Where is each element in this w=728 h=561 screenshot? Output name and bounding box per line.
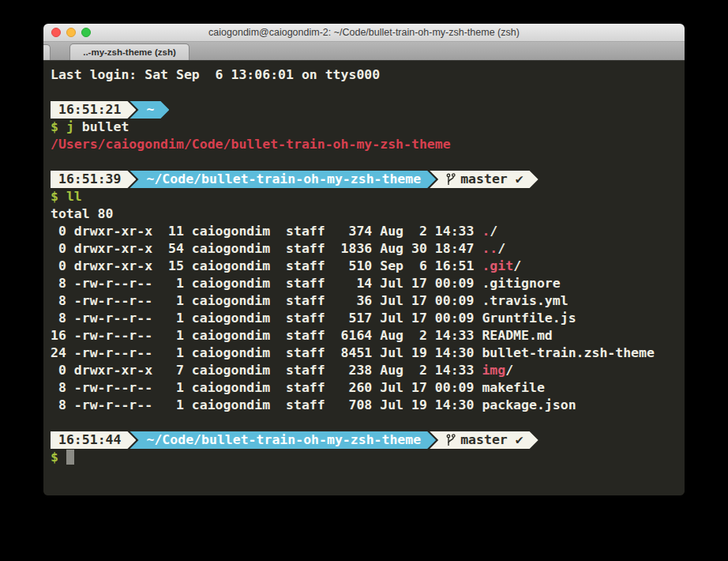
- ls-row: 0 drwxr-xr-x 11 caiogondim staff 374 Aug…: [51, 223, 685, 240]
- command-text: j: [66, 119, 74, 134]
- ls-file-name: .: [482, 224, 490, 239]
- ls-row-meta: 8 -rw-r--r-- 1 caiogondim staff 260 Jul …: [51, 380, 482, 395]
- ls-file-name: img: [482, 363, 505, 378]
- ls-row: 0 drwxr-xr-x 7 caiogondim staff 238 Aug …: [51, 362, 685, 379]
- ls-row-meta: 8 -rw-r--r-- 1 caiogondim staff 14 Jul 1…: [51, 276, 482, 291]
- command-line: $ ll: [51, 188, 685, 205]
- output-path-text: /Users/caiogondim/Code/bullet-train-oh-m…: [51, 137, 451, 152]
- tab-label: ..-my-zsh-theme (zsh): [83, 47, 176, 57]
- ls-file-name: .gitignore: [482, 276, 560, 291]
- terminal-window: caiogondim@caiogondim-2: ~/Code/bullet-t…: [43, 24, 685, 495]
- prompt-line: 16:51:39~/Code/bullet-train-oh-my-zsh-th…: [51, 171, 685, 188]
- git-branch-icon: [446, 173, 456, 186]
- window-title: caiogondim@caiogondim-2: ~/Code/bullet-t…: [43, 27, 685, 38]
- ls-dir-indicator: /: [505, 363, 513, 378]
- prompt-time-segment: 16:51:21: [51, 101, 136, 119]
- blank-line: [51, 414, 685, 431]
- title-bar[interactable]: caiogondim@caiogondim-2: ~/Code/bullet-t…: [43, 24, 685, 42]
- prompt-line: 16:51:21~: [51, 101, 685, 119]
- git-branch-name: master: [460, 171, 516, 186]
- ls-row: 8 -rw-r--r-- 1 caiogondim staff 36 Jul 1…: [51, 292, 685, 310]
- command-args: bullet: [74, 119, 129, 134]
- ls-row: 8 -rw-r--r-- 1 caiogondim staff 517 Jul …: [51, 310, 685, 327]
- ls-row-meta: 0 drwxr-xr-x 7 caiogondim staff 238 Aug …: [51, 363, 482, 378]
- active-command-line: $: [51, 449, 685, 466]
- ls-dir-indicator: /: [513, 258, 521, 273]
- terminal-text-line: Last login: Sat Sep 6 13:06:01 on ttys00…: [51, 66, 685, 84]
- ls-row-meta: 8 -rw-r--r-- 1 caiogondim staff 36 Jul 1…: [51, 293, 482, 308]
- ls-file-name: .travis.yml: [482, 293, 568, 308]
- ls-row: 8 -rw-r--r-- 1 caiogondim staff 14 Jul 1…: [51, 275, 685, 292]
- zoom-button[interactable]: [81, 28, 91, 37]
- blank-line: [51, 84, 685, 101]
- ls-file-name: ..: [482, 241, 497, 256]
- tab-strip-edge: [43, 44, 51, 60]
- ls-row: 16 -rw-r--r-- 1 caiogondim staff 6164 Au…: [51, 327, 685, 345]
- git-clean-check: ✔: [516, 432, 523, 447]
- ls-row: 24 -rw-r--r-- 1 caiogondim staff 8451 Ju…: [51, 345, 685, 362]
- command-line: $ j bullet: [51, 119, 685, 136]
- terminal-text: total 80: [51, 206, 113, 221]
- prompt-line: 16:51:44~/Code/bullet-train-oh-my-zsh-th…: [51, 431, 685, 449]
- prompt-time-segment: 16:51:39: [51, 171, 136, 188]
- prompt-char: $: [51, 119, 66, 134]
- ls-file-name: README.md: [482, 328, 552, 343]
- minimize-button[interactable]: [66, 28, 76, 37]
- close-button[interactable]: [51, 28, 61, 37]
- ls-row-meta: 0 drwxr-xr-x 11 caiogondim staff 374 Aug…: [51, 224, 482, 239]
- ls-row-meta: 8 -rw-r--r-- 1 caiogondim staff 517 Jul …: [51, 311, 482, 326]
- blank-line: [51, 153, 685, 171]
- ls-file-name: package.json: [482, 397, 576, 412]
- git-branch-name: master: [460, 432, 516, 447]
- ls-row-meta: 24 -rw-r--r-- 1 caiogondim staff 8451 Ju…: [51, 345, 482, 360]
- prompt-dir-segment: ~/Code/bullet-train-oh-my-zsh-theme: [129, 431, 436, 449]
- ls-row: 0 drwxr-xr-x 15 caiogondim staff 510 Sep…: [51, 258, 685, 275]
- command-text: ll: [66, 189, 82, 204]
- git-branch-icon: [446, 434, 456, 446]
- git-clean-check: ✔: [516, 171, 523, 186]
- ls-row: 8 -rw-r--r-- 1 caiogondim staff 708 Jul …: [51, 397, 685, 414]
- prompt-dir-segment: ~/Code/bullet-train-oh-my-zsh-theme: [129, 171, 436, 188]
- tab-bar: ..-my-zsh-theme (zsh): [43, 42, 685, 61]
- ls-file-name: .git: [482, 258, 513, 273]
- prompt-char: $: [51, 450, 58, 465]
- tab-zsh[interactable]: ..-my-zsh-theme (zsh): [69, 43, 190, 60]
- prompt-git-segment: master ✔: [430, 171, 538, 188]
- ls-row-meta: 16 -rw-r--r-- 1 caiogondim staff 6164 Au…: [51, 328, 482, 343]
- prompt-char: $: [51, 189, 66, 204]
- ls-file-name: Gruntfile.js: [482, 311, 576, 326]
- ls-file-name: makefile: [482, 380, 544, 395]
- ls-dir-indicator: /: [497, 241, 505, 256]
- terminal-content[interactable]: Last login: Sat Sep 6 13:06:01 on ttys00…: [43, 61, 685, 495]
- ls-file-name: bullet-train.zsh-theme: [482, 345, 655, 360]
- ls-row-meta: 8 -rw-r--r-- 1 caiogondim staff 708 Jul …: [51, 397, 482, 412]
- terminal-cursor: [66, 450, 74, 465]
- ls-row-meta: 0 drwxr-xr-x 15 caiogondim staff 510 Sep…: [51, 258, 482, 273]
- ls-row-meta: 0 drwxr-xr-x 54 caiogondim staff 1836 Au…: [51, 241, 482, 256]
- traffic-lights: [51, 28, 91, 37]
- prompt-git-segment: master ✔: [430, 431, 538, 449]
- ls-row: 0 drwxr-xr-x 54 caiogondim staff 1836 Au…: [51, 240, 685, 258]
- ls-dir-indicator: /: [490, 224, 497, 239]
- command-output-line: /Users/caiogondim/Code/bullet-train-oh-m…: [51, 136, 685, 153]
- ls-row: 8 -rw-r--r-- 1 caiogondim staff 260 Jul …: [51, 379, 685, 397]
- terminal-text: Last login: Sat Sep 6 13:06:01 on ttys00…: [51, 67, 380, 82]
- prompt-time-segment: 16:51:44: [51, 431, 136, 449]
- terminal-text-line: total 80: [51, 205, 685, 223]
